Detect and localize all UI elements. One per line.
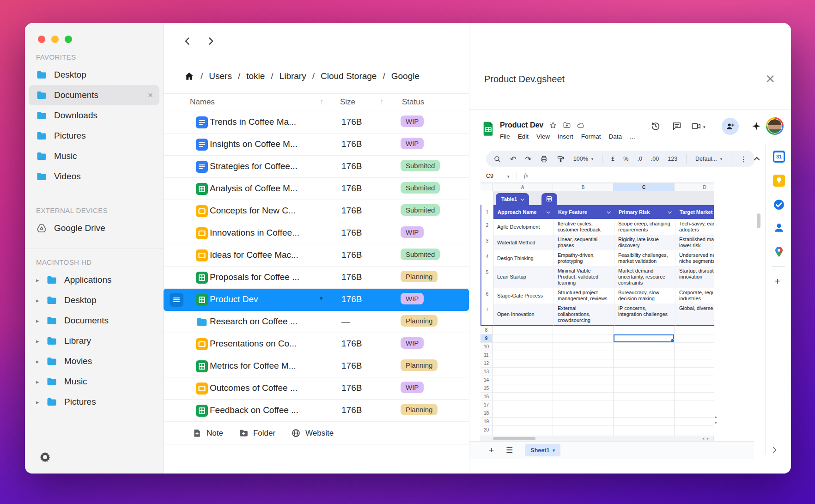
close-window-button[interactable] xyxy=(38,36,45,43)
cell[interactable] xyxy=(614,326,675,334)
file-row-trends-in-coffee-ma[interactable]: Trends in Coffee Ma...176BWIP xyxy=(164,111,469,134)
create-note-button[interactable]: Note xyxy=(192,428,223,438)
zoom-select[interactable]: 100% xyxy=(573,156,588,162)
cell[interactable] xyxy=(614,393,675,401)
cell[interactable] xyxy=(493,418,553,426)
cell[interactable] xyxy=(614,418,675,426)
row-number[interactable]: 4 xyxy=(481,250,493,266)
scrollbar-thumb[interactable] xyxy=(493,437,535,440)
calendar-icon[interactable]: 31 xyxy=(773,151,785,163)
cell[interactable]: Corporate, regulated industries xyxy=(675,288,714,304)
header-cell-primary-risk[interactable]: Primary Risk xyxy=(614,205,675,219)
cell[interactable]: Stage-Gate Process xyxy=(493,288,554,304)
breadcrumb-segment-google[interactable]: Google xyxy=(391,71,420,81)
sidebar-item-library[interactable]: ▸Library xyxy=(29,331,159,351)
breadcrumb-segment-library[interactable]: Library xyxy=(280,71,306,81)
cell[interactable] xyxy=(493,426,553,434)
file-row-ideas-for-coffee-mac[interactable]: Ideas for Coffee Mac...176BSubmited xyxy=(164,244,469,267)
cell[interactable]: Minimal Viable Product, validated learni… xyxy=(554,266,614,288)
spreadsheet-grid[interactable]: ABCDTable11Approach NameKey FeaturePrima… xyxy=(480,183,714,443)
home-icon[interactable] xyxy=(184,71,195,82)
increase-decimal-button[interactable]: .00 xyxy=(651,156,659,162)
cell[interactable] xyxy=(614,426,675,434)
sidebar-item-pictures[interactable]: ▸Pictures xyxy=(29,392,159,412)
cell[interactable]: Rigidity, late issue discovery xyxy=(614,235,675,250)
panel-scrollbar-thumb[interactable] xyxy=(757,213,760,228)
cell[interactable] xyxy=(675,418,714,426)
sidebar-item-google-drive[interactable]: Google Drive xyxy=(29,218,159,238)
cell[interactable] xyxy=(614,384,675,393)
breadcrumb-segment-users[interactable]: Users xyxy=(209,71,232,81)
cell[interactable]: Lean Startup xyxy=(493,266,554,288)
cell[interactable] xyxy=(675,409,714,418)
row-number[interactable]: 12 xyxy=(480,359,493,368)
meet-camera-icon[interactable] xyxy=(691,121,701,131)
redo-icon[interactable]: ↷ xyxy=(525,155,531,164)
avatar[interactable] xyxy=(766,117,784,135)
cell[interactable] xyxy=(675,401,714,409)
add-sheet-icon[interactable]: + xyxy=(489,445,494,455)
cell[interactable] xyxy=(493,368,553,376)
settings-gear-icon[interactable] xyxy=(39,451,51,463)
file-row-strategies-for-coffee[interactable]: Strategies for Coffee...176BSubmited xyxy=(164,156,469,178)
cell[interactable] xyxy=(675,426,714,434)
cell[interactable] xyxy=(614,401,675,409)
file-row-presentations-on-co[interactable]: Presentations on Co...176BWIP xyxy=(164,333,469,355)
sidebar-item-desktop[interactable]: Desktop xyxy=(29,65,159,85)
row-number[interactable]: 10 xyxy=(480,343,493,351)
zoom-window-button[interactable] xyxy=(65,36,72,43)
cell[interactable] xyxy=(553,368,614,376)
cell[interactable] xyxy=(493,326,553,334)
chevron-right-icon[interactable]: ▸ xyxy=(36,358,43,365)
caret-down-icon[interactable]: ▾ xyxy=(320,295,323,302)
horizontal-scrollbar[interactable]: ◂▸ xyxy=(480,436,714,441)
sidebar-item-movies[interactable]: ▸Movies xyxy=(29,351,159,371)
cell[interactable] xyxy=(553,376,614,384)
cell[interactable] xyxy=(675,351,714,359)
sort-up-icon[interactable]: ↑ xyxy=(320,97,323,106)
chevron-right-icon[interactable]: ▸ xyxy=(36,277,43,284)
caret-down-icon[interactable] xyxy=(607,210,610,213)
cell[interactable] xyxy=(675,359,714,368)
cell[interactable]: Open Innovation xyxy=(493,304,554,326)
cell[interactable]: Structured project management, reviews xyxy=(554,288,614,304)
camera-caret-icon[interactable]: ▾ xyxy=(703,125,706,129)
decrease-decimal-button[interactable]: .0 xyxy=(637,156,642,162)
file-row-insights-on-coffee-m[interactable]: Insights on Coffee M...176BWIP xyxy=(164,134,469,156)
caret-down-icon[interactable] xyxy=(546,210,550,213)
cell[interactable] xyxy=(553,359,614,368)
cell[interactable] xyxy=(553,426,614,434)
share-button[interactable] xyxy=(722,118,739,135)
cell-reference[interactable]: C9 xyxy=(486,173,493,179)
header-cell-approach-name[interactable]: Approach Name xyxy=(493,205,554,219)
cell[interactable] xyxy=(493,359,553,368)
cell[interactable] xyxy=(493,343,553,351)
file-row-research-on-coffee[interactable]: Research on Coffee ...—Planning xyxy=(164,311,469,333)
column-header-b[interactable]: B xyxy=(553,183,614,191)
back-button[interactable] xyxy=(183,36,192,46)
cell[interactable] xyxy=(675,393,714,401)
minimize-window-button[interactable] xyxy=(51,36,59,43)
cell[interactable] xyxy=(553,334,614,343)
table-options-tab[interactable] xyxy=(541,193,557,205)
file-row-outcomes-of-coffee[interactable]: Outcomes of Coffee ...176BWIP xyxy=(164,377,469,400)
scroll-step-icons[interactable]: ◂▸ xyxy=(702,436,712,441)
name-box-caret-icon[interactable]: ▾ xyxy=(507,174,510,179)
cell[interactable] xyxy=(493,409,553,418)
percent-format-button[interactable]: % xyxy=(623,156,628,162)
print-icon[interactable] xyxy=(540,155,548,163)
cell[interactable] xyxy=(614,409,675,418)
cell[interactable]: Startup, disruptive innovation xyxy=(675,266,714,288)
cell[interactable] xyxy=(493,334,553,343)
cell[interactable]: Empathy-driven, prototyping xyxy=(554,250,614,266)
column-header-a[interactable]: A xyxy=(493,183,553,191)
cell[interactable]: Global, diverse reach xyxy=(675,304,714,326)
create-folder-button[interactable]: Folder xyxy=(239,428,275,438)
close-preview-icon[interactable]: ✕ xyxy=(765,72,775,86)
cell[interactable]: Market demand uncertainty, resource cons… xyxy=(614,266,675,288)
cell[interactable] xyxy=(614,351,675,359)
breadcrumb-segment-tokie[interactable]: tokie xyxy=(246,71,265,81)
comments-icon[interactable] xyxy=(672,121,682,131)
forward-button[interactable] xyxy=(206,36,215,46)
sheet-tab-caret-icon[interactable]: ▾ xyxy=(553,448,555,453)
